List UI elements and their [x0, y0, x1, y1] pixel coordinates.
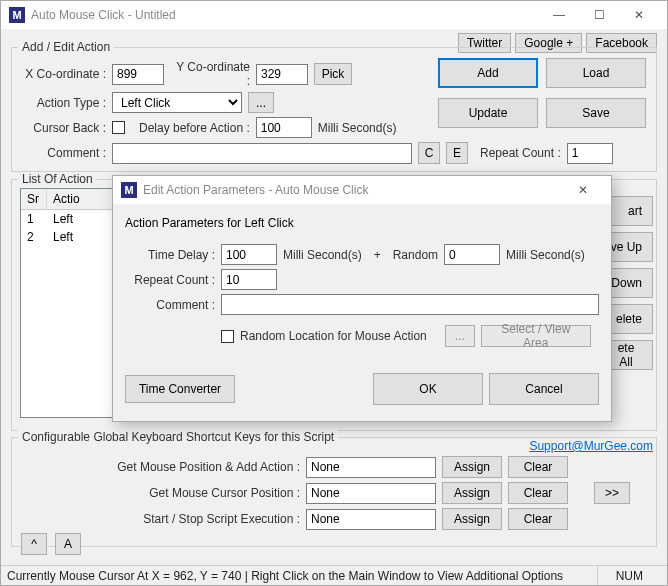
pick-button[interactable]: Pick [314, 63, 352, 85]
dialog-repeat-input[interactable] [221, 269, 277, 290]
col-action: Actio [47, 189, 119, 209]
close-button[interactable]: ✕ [619, 1, 659, 29]
shortcut2-assign[interactable]: Assign [442, 482, 502, 504]
table-row[interactable]: 2 Left [21, 228, 119, 246]
save-button[interactable]: Save [546, 98, 646, 128]
ok-button[interactable]: OK [373, 373, 483, 405]
table-row[interactable]: 1 Left [21, 210, 119, 228]
update-button[interactable]: Update [438, 98, 538, 128]
shortcut3-clear[interactable]: Clear [508, 508, 568, 530]
bottom-small-buttons: ^ A [21, 533, 81, 555]
time-converter-button[interactable]: Time Converter [125, 375, 235, 403]
action-type-label: Action Type : [20, 96, 106, 110]
yco-input[interactable] [256, 64, 308, 85]
caret-button[interactable]: ^ [21, 533, 47, 555]
dialog-title: Edit Action Parameters - Auto Mouse Clic… [143, 183, 563, 197]
repeat-label: Repeat Count : [480, 146, 561, 160]
select-view-area-button: Select / View Area [481, 325, 591, 347]
cursor-back-checkbox[interactable] [112, 121, 125, 134]
random-location-label: Random Location for Mouse Action [240, 329, 427, 343]
main-titlebar: M Auto Mouse Click - Untitled ― ☐ ✕ [1, 1, 667, 29]
dialog-heading: Action Parameters for Left Click [125, 216, 599, 230]
a-button[interactable]: A [55, 533, 81, 555]
c-button[interactable]: C [418, 142, 440, 164]
shortcut3-label: Start / Stop Script Execution : [20, 512, 300, 526]
plus-label: + [368, 248, 387, 262]
shortcut1-assign[interactable]: Assign [442, 456, 502, 478]
maximize-button[interactable]: ☐ [579, 1, 619, 29]
main-title: Auto Mouse Click - Untitled [31, 8, 539, 22]
e-button[interactable]: E [446, 142, 468, 164]
actions-table[interactable]: Sr Actio 1 Left 2 Left [20, 188, 120, 418]
dialog-repeat-label: Repeat Count : [125, 273, 215, 287]
dialog-close-button[interactable]: ✕ [563, 176, 603, 204]
shortcut2-input[interactable] [306, 483, 436, 504]
shortcut2-label: Get Mouse Cursor Position : [20, 486, 300, 500]
shortcut1-label: Get Mouse Position & Add Action : [20, 460, 300, 474]
edit-action-dialog: M Edit Action Parameters - Auto Mouse Cl… [112, 175, 612, 422]
random-location-checkbox[interactable] [221, 330, 234, 343]
add-edit-legend: Add / Edit Action [18, 40, 114, 54]
xco-input[interactable] [112, 64, 164, 85]
add-button[interactable]: Add [438, 58, 538, 88]
status-text: Currently Mouse Cursor At X = 962, Y = 7… [7, 569, 563, 583]
add-edit-fieldset: Add / Edit Action X Co-ordinate : Y Co-o… [11, 47, 657, 172]
dialog-comment-label: Comment : [125, 298, 215, 312]
shortcut1-input[interactable] [306, 457, 436, 478]
comment-label: Comment : [20, 146, 106, 160]
status-num: NUM [597, 566, 661, 585]
repeat-input[interactable] [567, 143, 613, 164]
minimize-button[interactable]: ― [539, 1, 579, 29]
random-label: Random [393, 248, 438, 262]
delay-unit: Milli Second(s) [318, 121, 397, 135]
app-icon: M [121, 182, 137, 198]
cursor-back-label: Cursor Back : [20, 121, 106, 135]
delay-label: Delay before Action : [139, 121, 250, 135]
random-input[interactable] [444, 244, 500, 265]
time-delay-unit: Milli Second(s) [283, 248, 362, 262]
support-link[interactable]: Support@MurGee.com [529, 439, 653, 453]
shortcuts-legend: Configurable Global Keyboard Shortcut Ke… [18, 430, 338, 444]
delay-input[interactable] [256, 117, 312, 138]
load-button[interactable]: Load [546, 58, 646, 88]
shortcut1-clear[interactable]: Clear [508, 456, 568, 478]
shortcut3-input[interactable] [306, 509, 436, 530]
shortcut2-clear[interactable]: Clear [508, 482, 568, 504]
action-type-more-button[interactable]: ... [248, 92, 274, 113]
comment-input[interactable] [112, 143, 412, 164]
random-loc-more-button: ... [445, 325, 475, 347]
time-delay-label: Time Delay : [125, 248, 215, 262]
app-icon: M [9, 7, 25, 23]
xco-label: X Co-ordinate : [20, 67, 106, 81]
col-sr: Sr [21, 189, 47, 209]
dialog-comment-input[interactable] [221, 294, 599, 315]
time-delay-input[interactable] [221, 244, 277, 265]
random-unit: Milli Second(s) [506, 248, 585, 262]
shortcuts-more-button[interactable]: >> [594, 482, 630, 504]
dialog-titlebar: M Edit Action Parameters - Auto Mouse Cl… [113, 176, 611, 204]
status-bar: Currently Mouse Cursor At X = 962, Y = 7… [1, 565, 667, 585]
shortcut3-assign[interactable]: Assign [442, 508, 502, 530]
yco-label: Y Co-ordinate : [170, 60, 250, 88]
shortcuts-fieldset: Configurable Global Keyboard Shortcut Ke… [11, 437, 657, 547]
cancel-button[interactable]: Cancel [489, 373, 599, 405]
list-legend: List Of Action [18, 172, 97, 186]
action-type-select[interactable]: Left Click [112, 92, 242, 113]
